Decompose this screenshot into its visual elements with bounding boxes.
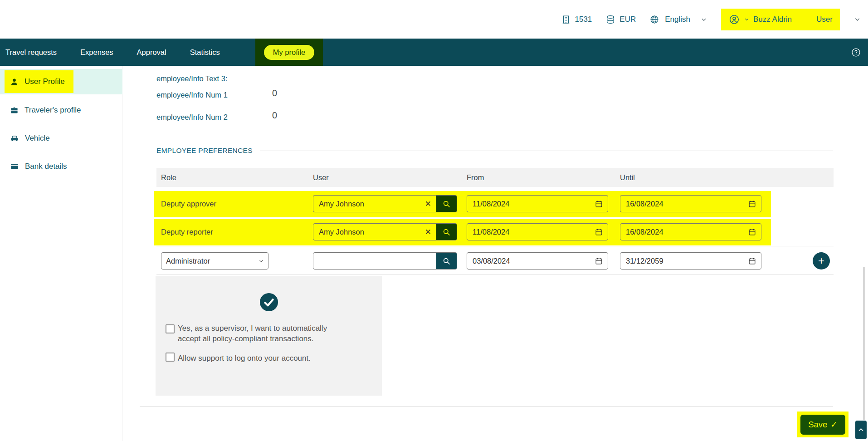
person-icon [10,78,19,86]
until-date-field[interactable]: 31/12/2059 [620,252,761,270]
from-date-field[interactable]: 03/08/2024 [467,252,608,270]
row-role-label: Deputy approver [161,200,216,208]
search-icon [442,200,451,208]
field-label-info-num-2: employee/Info Num 2 [156,113,228,122]
preferences-table-header: Role User From Until [156,168,834,187]
section-title-employee-preferences: EMPLOYEE PREFERENCES [156,147,253,155]
date-value: 03/08/2024 [467,257,510,265]
column-header-until: Until [620,168,635,187]
sidebar-item-label: Traveler's profile [24,106,81,115]
date-value: 11/08/2024 [467,200,509,208]
briefcase-icon [10,106,19,115]
role-select[interactable]: Administrator [161,252,268,270]
sidebar-item-vehicle[interactable]: Vehicle [10,132,50,144]
sidebar-item-label: Bank details [25,162,67,171]
date-value: 16/08/2024 [620,228,663,236]
checkbox-auto-accept[interactable] [166,324,175,333]
sidebar-item-user-profile[interactable]: User Profile [0,69,122,94]
sidebar: User Profile Traveler's profile Vehicle … [0,66,122,441]
until-date-field[interactable]: 16/08/2024 [620,195,761,212]
chevron-up-icon [858,426,864,433]
search-icon [442,228,451,236]
clear-icon[interactable]: ✕ [420,227,436,237]
vertical-scrollbar[interactable] [863,267,865,420]
field-label-info-text-3: employee/Info Text 3: [156,74,228,83]
date-value: 16/08/2024 [620,200,663,208]
row-divider [156,246,834,246]
until-date-field[interactable]: 16/08/2024 [620,223,761,240]
currency-selector[interactable]: EUR [605,15,636,24]
sidebar-active-highlight: User Profile [5,70,73,93]
coins-icon [605,15,615,24]
calendar-icon[interactable] [595,228,603,236]
nav-expenses[interactable]: Expenses [80,48,113,57]
sidebar-item-travelers-profile[interactable]: Traveler's profile [10,104,81,116]
chevron-down-icon [744,16,750,22]
user-role: User [816,15,833,24]
user-field-deputy-reporter: ✕ [313,223,457,240]
nav-approval[interactable]: Approval [137,48,166,57]
from-date-field[interactable]: 11/08/2024 [467,223,608,240]
calendar-icon[interactable] [595,200,603,208]
user-circle-icon [728,14,740,25]
date-value: 11/08/2024 [467,228,509,236]
row-divider [156,218,834,218]
footer-divider [140,406,833,407]
user-input[interactable] [313,228,420,236]
checkbox-label: Allow support to log onto your account. [178,353,329,363]
role-select-wrap: Administrator [161,252,268,270]
from-date-field[interactable]: 11/08/2024 [467,195,608,212]
chevron-down-icon [700,16,707,23]
car-icon [10,134,19,143]
calendar-icon[interactable] [748,257,756,265]
building-icon [561,15,571,24]
globe-icon [649,15,659,24]
field-value-info-num-1: 0 [272,88,277,98]
user-input[interactable] [313,257,436,265]
currency-code: EUR [619,15,636,24]
language-selector[interactable]: English [649,15,707,24]
scroll-to-top-button[interactable] [855,421,867,439]
add-row-button[interactable]: + [813,252,830,270]
row-divider [156,274,834,275]
user-menu[interactable]: Buzz Aldrin User [721,9,840,30]
search-user-button[interactable] [436,224,457,240]
column-header-from: From [467,168,484,187]
calendar-icon[interactable] [748,228,756,236]
user-name: Buzz Aldrin [753,15,792,24]
search-user-button[interactable] [436,196,457,212]
nav-my-profile-highlight: My profile [255,39,323,66]
calendar-icon[interactable] [748,200,756,208]
user-input[interactable] [313,200,420,208]
sidebar-item-label: Vehicle [25,134,50,143]
save-button[interactable]: Save ✓ [800,415,845,435]
bank-card-icon [10,162,19,171]
search-icon [442,257,451,265]
top-header: 1531 EUR English Buzz Aldrin User [0,0,868,39]
main-nav: Travel requests Expenses Approval Statis… [0,39,868,66]
checkbox-allow-support[interactable] [166,353,175,362]
clear-icon[interactable]: ✕ [420,199,436,209]
date-value: 31/12/2059 [620,257,663,265]
user-menu-chevron-icon[interactable] [853,15,861,23]
field-label-info-num-1: employee/Info Num 1 [156,91,228,99]
user-field-new [313,252,457,270]
check-circle-icon [259,293,278,312]
sidebar-item-bank-details[interactable]: Bank details [10,161,67,172]
field-value-info-num-2: 0 [272,110,277,121]
language-label: English [665,15,690,24]
nav-travel-requests[interactable]: Travel requests [5,48,57,57]
company-indicator: 1531 [561,15,592,24]
column-header-user: User [313,168,329,187]
check-icon: ✓ [830,420,838,430]
sidebar-item-label: User Profile [24,77,65,86]
app-root: 1531 EUR English Buzz Aldrin User Travel… [0,0,868,441]
checkbox-label: Yes, as a supervisor, I want to automati… [178,323,329,344]
column-header-role: Role [161,168,176,187]
nav-my-profile[interactable]: My profile [264,45,315,60]
user-field-deputy-approver: ✕ [313,195,457,212]
nav-statistics[interactable]: Statistics [190,48,220,57]
help-icon[interactable] [851,47,861,58]
search-user-button[interactable] [436,253,457,269]
calendar-icon[interactable] [595,257,603,265]
